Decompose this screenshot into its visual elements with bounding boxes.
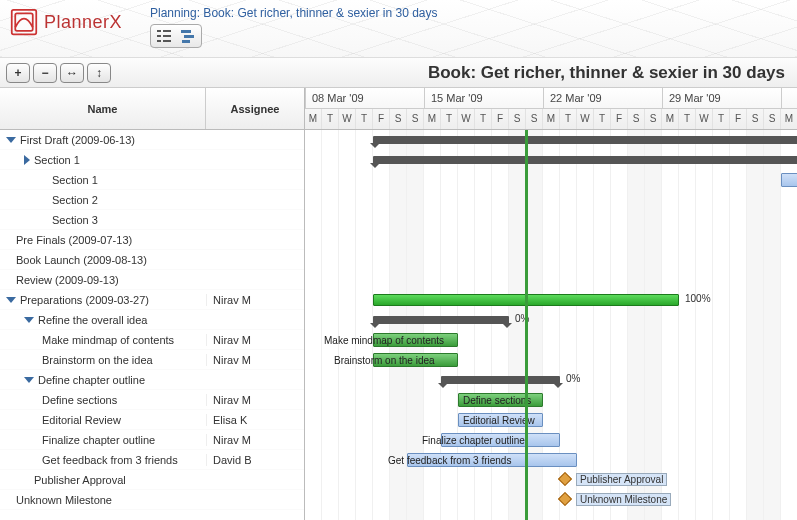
task-row[interactable]: Refine the overall idea	[0, 310, 304, 330]
gantt-bar[interactable]: Get feedback from 3 friends	[407, 453, 577, 467]
outline-view-button[interactable]	[153, 27, 175, 45]
task-name-label: Brainstorm on the idea	[42, 354, 153, 366]
col-header-assignee[interactable]: Assignee	[206, 88, 304, 129]
milestone-diamond[interactable]	[558, 472, 572, 486]
percent-label: 100%	[685, 293, 711, 304]
week-header: 29 Mar '09	[663, 88, 782, 108]
week-header: 22 Mar '09	[544, 88, 663, 108]
gantt-panel[interactable]: 08 Mar '0915 Mar '0922 Mar '0929 Mar '09…	[305, 88, 797, 520]
svg-rect-5	[163, 30, 171, 32]
day-header: M	[781, 109, 797, 129]
svg-rect-8	[181, 30, 191, 33]
day-header: S	[407, 109, 424, 129]
task-row[interactable]: Publisher Approval	[0, 470, 304, 490]
zoom-out-button[interactable]: −	[33, 63, 57, 83]
task-name-label: Preparations (2009-03-27)	[20, 294, 149, 306]
timeline-days: MTWTFSSMTWTFSSMTWTFSSMTWTFSSM	[305, 109, 797, 129]
expand-icon[interactable]	[24, 155, 30, 165]
task-row[interactable]: Unknown Milestone	[0, 490, 304, 510]
task-row[interactable]: Preparations (2009-03-27)Nirav M	[0, 290, 304, 310]
bar-label: Brainstorm on the idea	[334, 354, 459, 366]
day-header: S	[764, 109, 781, 129]
svg-rect-9	[184, 35, 194, 38]
day-header: T	[679, 109, 696, 129]
task-row[interactable]: Brainstorm on the ideaNirav M	[0, 350, 304, 370]
day-header: W	[577, 109, 594, 129]
day-header: M	[424, 109, 441, 129]
gantt-chart[interactable]: 0%100%0%Make mindmap of contentsBrainsto…	[305, 130, 797, 520]
task-name-label: Section 1	[52, 174, 98, 186]
task-row[interactable]: Section 1	[0, 170, 304, 190]
gantt-bar[interactable]	[373, 156, 797, 164]
day-header: T	[356, 109, 373, 129]
gantt-bar[interactable]	[373, 136, 797, 144]
collapse-icon[interactable]	[24, 317, 34, 323]
task-row[interactable]: Get feedback from 3 friendsDavid B	[0, 450, 304, 470]
gantt-bar[interactable]: Editorial Review	[458, 413, 543, 427]
day-header: M	[305, 109, 322, 129]
day-header: F	[611, 109, 628, 129]
day-header: S	[526, 109, 543, 129]
task-row[interactable]: Section 3	[0, 210, 304, 230]
day-header: W	[339, 109, 356, 129]
day-header: T	[560, 109, 577, 129]
task-name-label: Section 3	[52, 214, 98, 226]
app-logo: PlannerX	[10, 8, 122, 36]
percent-label: 0%	[566, 373, 580, 384]
task-name-label: Publisher Approval	[34, 474, 126, 486]
app-name: PlannerX	[44, 12, 122, 33]
task-name-label: Editorial Review	[42, 414, 121, 426]
fit-width-button[interactable]: ↔	[60, 63, 84, 83]
task-row[interactable]: Finalize chapter outlineNirav M	[0, 430, 304, 450]
milestone-diamond[interactable]	[558, 492, 572, 506]
day-header: W	[696, 109, 713, 129]
task-list[interactable]: First Draft (2009-06-13)Section 1Section…	[0, 130, 304, 520]
fit-height-button[interactable]: ↕	[87, 63, 111, 83]
gantt-bar[interactable]: Finalize chapter outline	[441, 433, 560, 447]
collapse-icon[interactable]	[6, 137, 16, 143]
week-header: 08 Mar '09	[306, 88, 425, 108]
col-header-name[interactable]: Name	[0, 88, 206, 129]
gantt-bar[interactable]: Define sections	[458, 393, 543, 407]
day-header: S	[628, 109, 645, 129]
gantt-bar[interactable]	[781, 173, 797, 187]
task-assignee: Nirav M	[206, 354, 304, 366]
task-row[interactable]: Pre Finals (2009-07-13)	[0, 230, 304, 250]
collapse-icon[interactable]	[6, 297, 16, 303]
day-header: M	[543, 109, 560, 129]
svg-rect-2	[157, 30, 161, 32]
timeline-weeks: 08 Mar '0915 Mar '0922 Mar '0929 Mar '09	[305, 88, 797, 109]
gantt-bar[interactable]: Make mindmap of contents	[373, 333, 458, 347]
task-assignee: Elisa K	[206, 414, 304, 426]
task-row[interactable]: Define chapter outline	[0, 370, 304, 390]
task-name-label: Define sections	[42, 394, 117, 406]
document-path: Planning: Book: Get richer, thinner & se…	[150, 6, 438, 20]
task-name-label: Get feedback from 3 friends	[42, 454, 178, 466]
day-header: F	[730, 109, 747, 129]
day-header: S	[509, 109, 526, 129]
task-name-label: Finalize chapter outline	[42, 434, 155, 446]
task-name-label: First Draft (2009-06-13)	[20, 134, 135, 146]
task-row[interactable]: Section 2	[0, 190, 304, 210]
day-header: F	[373, 109, 390, 129]
task-row[interactable]: First Draft (2009-06-13)	[0, 130, 304, 150]
task-name-label: Review (2009-09-13)	[16, 274, 119, 286]
gantt-view-button[interactable]	[177, 27, 199, 45]
gantt-bar[interactable]: Brainstorm on the idea	[373, 353, 458, 367]
task-row[interactable]: Book Launch (2009-08-13)	[0, 250, 304, 270]
task-name-label: Section 1	[34, 154, 80, 166]
milestone-label: Unknown Milestone	[576, 493, 671, 506]
today-marker	[525, 130, 528, 520]
task-row[interactable]: Define sectionsNirav M	[0, 390, 304, 410]
gantt-bar[interactable]	[441, 376, 560, 384]
collapse-icon[interactable]	[24, 377, 34, 383]
task-row[interactable]: Editorial ReviewElisa K	[0, 410, 304, 430]
zoom-in-button[interactable]: +	[6, 63, 30, 83]
task-row[interactable]: Make mindmap of contentsNirav M	[0, 330, 304, 350]
task-row[interactable]: Review (2009-09-13)	[0, 270, 304, 290]
gantt-bar[interactable]	[373, 316, 509, 324]
week-header: 15 Mar '09	[425, 88, 544, 108]
task-row[interactable]: Section 1	[0, 150, 304, 170]
day-header: T	[475, 109, 492, 129]
task-name-label: Unknown Milestone	[16, 494, 112, 506]
